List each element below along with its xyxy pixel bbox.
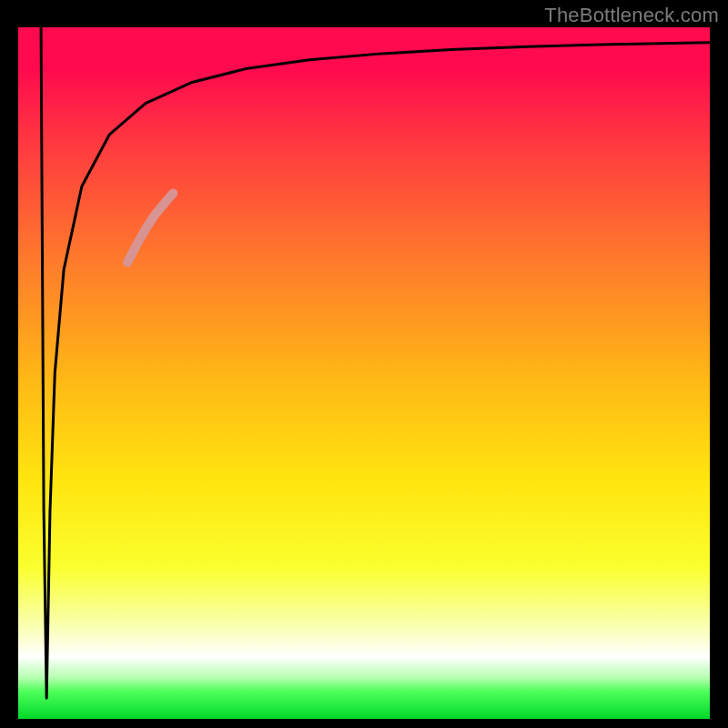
chart-svg: [18, 27, 710, 719]
chart-plot-area: [18, 27, 710, 719]
main-curve: [41, 27, 710, 698]
watermark-label: TheBottleneck.com: [544, 4, 719, 27]
highlight-segment: [127, 193, 173, 262]
chart-frame: TheBottleneck.com: [0, 0, 728, 728]
